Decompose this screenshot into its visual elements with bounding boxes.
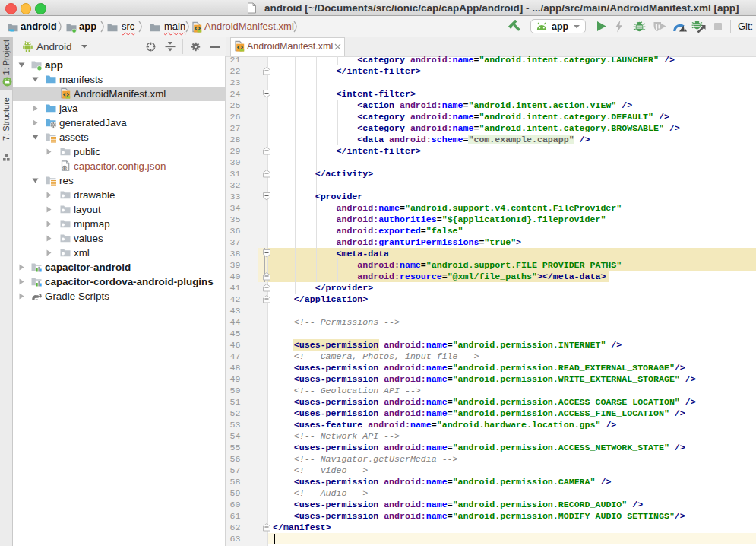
svg-text:{}: {} — [62, 166, 67, 171]
